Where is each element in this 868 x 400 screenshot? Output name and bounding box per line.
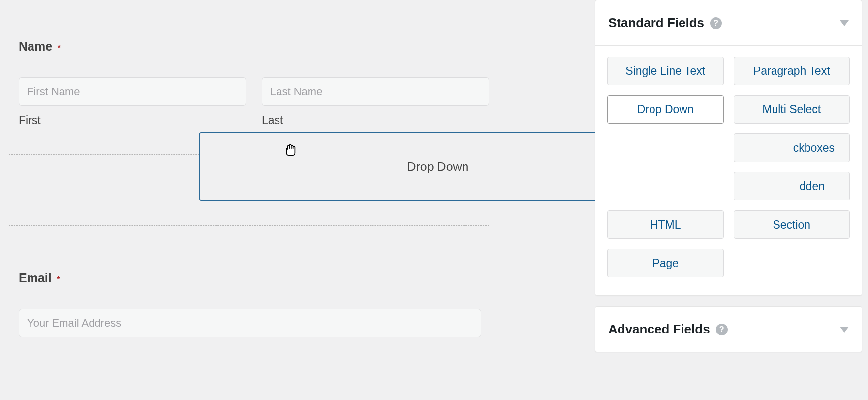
first-name-sublabel: First [19, 114, 246, 127]
name-field-block: Name * First Last [19, 0, 489, 127]
field-btn-hidden[interactable]: dden [734, 172, 850, 200]
field-btn-label: Multi Select [762, 103, 821, 116]
field-btn-label: Drop Down [637, 103, 694, 116]
field-btn-multi-select[interactable]: Multi Select [734, 95, 850, 124]
field-btn-label: Paragraph Text [753, 65, 830, 78]
name-field-label-row: Name * [19, 39, 489, 54]
field-btn-paragraph-text[interactable]: Paragraph Text [734, 57, 850, 85]
standard-fields-body: Single Line Text Paragraph Text Drop Dow… [595, 46, 862, 295]
field-btn-label: ckboxes [793, 141, 835, 155]
field-btn-label: Section [773, 218, 810, 232]
field-btn-label: dden [800, 180, 825, 193]
field-btn-label: Page [652, 257, 679, 270]
standard-fields-title: Standard Fields [608, 15, 704, 31]
field-btn-html[interactable]: HTML [607, 210, 724, 239]
last-name-sublabel: Last [262, 114, 489, 127]
fields-sidebar: Standard Fields ? Single Line Text Parag… [595, 0, 868, 363]
email-field-block: Email * [19, 271, 481, 337]
field-btn-drop-down[interactable]: Drop Down [607, 95, 724, 124]
first-name-input[interactable] [19, 77, 246, 106]
help-icon[interactable]: ? [710, 17, 722, 29]
field-btn-label: Single Line Text [625, 65, 705, 78]
standard-fields-panel: Standard Fields ? Single Line Text Parag… [595, 0, 862, 296]
field-btn-single-line-text[interactable]: Single Line Text [607, 57, 724, 85]
drag-ghost-label: Drop Down [407, 160, 468, 174]
field-btn-page[interactable]: Page [607, 249, 724, 277]
field-btn-section[interactable]: Section [734, 210, 850, 239]
email-input[interactable] [19, 309, 481, 337]
name-field-label: Name [19, 39, 52, 53]
last-name-input[interactable] [262, 77, 489, 106]
required-marker: * [57, 275, 60, 284]
advanced-fields-title: Advanced Fields [608, 322, 710, 337]
standard-fields-header[interactable]: Standard Fields ? [595, 0, 862, 45]
chevron-down-icon [840, 20, 849, 26]
advanced-fields-panel: Advanced Fields ? [595, 306, 862, 352]
help-icon[interactable]: ? [716, 324, 728, 335]
field-btn-label: HTML [650, 218, 681, 232]
chevron-down-icon [840, 327, 849, 333]
field-btn-checkboxes[interactable]: ckboxes [734, 133, 850, 162]
required-marker: * [58, 44, 61, 52]
advanced-fields-header[interactable]: Advanced Fields ? [595, 307, 862, 352]
email-field-label: Email [19, 271, 52, 285]
